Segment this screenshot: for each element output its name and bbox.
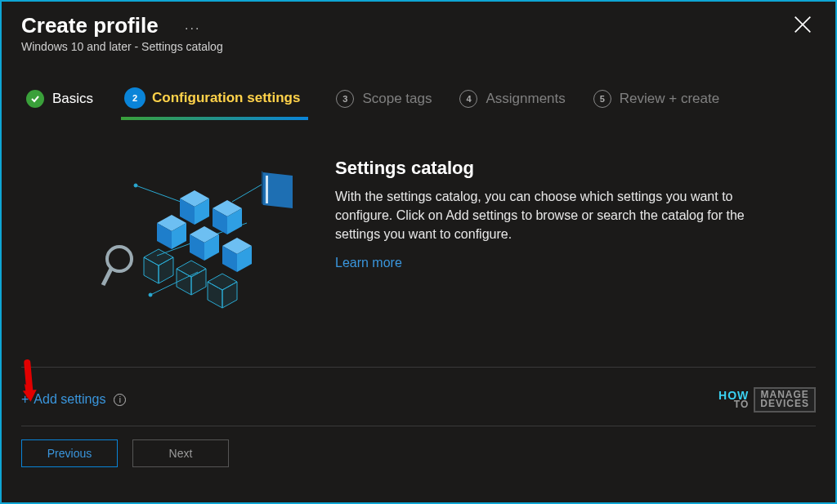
info-panel: Settings catalog With the settings catal… [335, 158, 752, 270]
wizard-stepper: Basics 2 Configuration settings 3 Scope … [2, 58, 835, 120]
step-assignments[interactable]: 4 Assignments [459, 90, 565, 108]
panel-header: Create profile ··· Windows 10 and later … [2, 2, 835, 58]
previous-button[interactable]: Previous [21, 439, 118, 467]
info-icon[interactable]: i [114, 394, 126, 406]
page-title: Create profile [21, 13, 159, 38]
step-number-icon: 4 [459, 90, 477, 108]
magnifier-icon [103, 247, 132, 285]
watermark-devices: DEVICES [760, 399, 809, 408]
svg-point-9 [107, 247, 132, 271]
step-number-icon: 3 [336, 90, 354, 108]
step-basics[interactable]: Basics [26, 90, 93, 108]
wizard-footer: Previous Next [2, 426, 835, 482]
step-label: Scope tags [362, 91, 432, 107]
more-actions-button[interactable]: ··· [185, 21, 200, 36]
step-label: Assignments [486, 91, 565, 107]
close-button[interactable] [791, 13, 814, 36]
step-label: Configuration settings [152, 90, 300, 106]
step-label: Basics [52, 91, 93, 107]
info-title: Settings catalog [335, 158, 752, 179]
info-body: With the settings catalog, you can choos… [335, 187, 752, 244]
add-settings-row: + Add settings i HOW TO MANAGE DEVICES [2, 368, 835, 421]
svg-rect-11 [266, 176, 268, 203]
step-review-create[interactable]: 5 Review + create [593, 90, 719, 108]
learn-more-link[interactable]: Learn more [335, 256, 402, 270]
add-settings-label: Add settings [34, 392, 105, 407]
watermark-to: TO [718, 400, 749, 409]
next-button[interactable]: Next [132, 439, 229, 467]
svg-line-10 [103, 269, 111, 285]
step-scope-tags[interactable]: 3 Scope tags [336, 90, 432, 108]
empty-state: Settings catalog With the settings catal… [2, 120, 835, 337]
step-number-icon: 5 [593, 90, 611, 108]
check-icon [26, 90, 44, 108]
page-subtitle: Windows 10 and later - Settings catalog [21, 40, 816, 53]
step-label: Review + create [620, 91, 719, 107]
step-number-icon: 2 [126, 89, 144, 107]
watermark: HOW TO MANAGE DEVICES [718, 387, 816, 413]
book-icon [262, 171, 293, 208]
settings-catalog-illustration [100, 158, 312, 321]
close-icon [791, 13, 814, 36]
step-configuration-settings[interactable]: 2 Configuration settings [121, 86, 308, 112]
